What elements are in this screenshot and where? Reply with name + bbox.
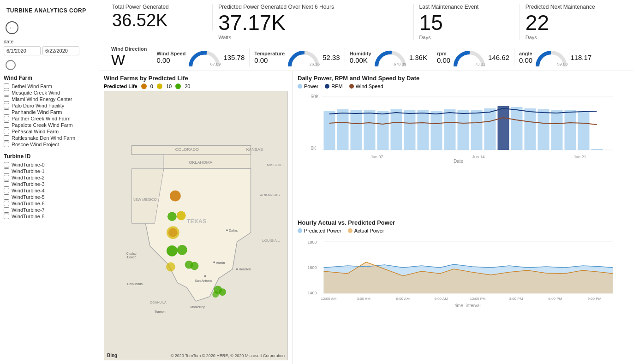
map-copyright: © 2020 TomTom © 2020 HERE, © 2020 Micros… <box>171 353 285 358</box>
checkbox-roscoe[interactable] <box>4 142 9 147</box>
filter-item-t5[interactable]: WindTurbine-5 <box>4 194 95 200</box>
gauge-wind-speed-current: 67.89 <box>210 62 221 66</box>
checkbox-t5[interactable] <box>4 194 9 200</box>
filter-item-t7[interactable]: WindTurbine-7 <box>4 207 95 213</box>
legend-rpm-icon <box>325 84 329 89</box>
kpi-next-maintenance-label: Predicted Next Maintenance <box>526 4 620 10</box>
radio-button[interactable] <box>6 60 16 70</box>
checkbox-t2[interactable] <box>4 175 9 180</box>
legend-dot-10 <box>157 84 162 89</box>
checkbox-palo[interactable] <box>4 103 9 108</box>
filter-item-t1[interactable]: WindTurbine-1 <box>4 168 95 174</box>
checkbox-t8[interactable] <box>4 214 9 219</box>
map-svg: KANSAS MISSOU... COLORADO OKLAHOMA ARKAN… <box>104 91 287 360</box>
kpi-predicted-power: Predicted Power Generated Over Next 6 Ho… <box>213 4 413 40</box>
date-start-input[interactable] <box>4 46 41 55</box>
kpi-next-maintenance-unit: Days <box>526 35 620 40</box>
filter-item-t8[interactable]: WindTurbine-8 <box>4 213 95 220</box>
turbine-id-title: Turbine ID <box>4 153 95 160</box>
svg-rect-44 <box>377 111 389 150</box>
checkbox-t1[interactable] <box>4 168 9 174</box>
gauge-rpm-current: 73.31 <box>475 62 486 66</box>
filter-item-t2[interactable]: WindTurbine-2 <box>4 174 95 181</box>
svg-rect-58 <box>565 110 576 150</box>
filter-item-bethel[interactable]: Bethel Wind Farm <box>4 83 95 90</box>
gauge-rpm-max: 146.62 <box>488 54 509 61</box>
kpi-last-maintenance-value: 15 <box>419 11 514 35</box>
checkbox-bethel[interactable] <box>4 84 9 89</box>
svg-text:50K: 50K <box>311 94 319 99</box>
gauge-rpm-title: rpm <box>437 51 447 56</box>
filter-item-panther[interactable]: Panther Creek Wind Farm <box>4 115 95 122</box>
daily-power-legend: Power RPM Wind Speed <box>298 84 628 89</box>
checkbox-mesquite[interactable] <box>4 90 9 95</box>
checkbox-t6[interactable] <box>4 201 9 206</box>
back-button[interactable]: ← <box>6 21 18 34</box>
legend-val-20: 20 <box>185 84 190 89</box>
filter-item-mesquite[interactable]: Mesquite Creek Wind <box>4 90 95 96</box>
kpi-predicted-power-unit: Watts <box>218 35 407 40</box>
filter-item-t3[interactable]: WindTurbine-3 <box>4 181 95 187</box>
checkbox-rattlesnake[interactable] <box>4 135 9 141</box>
filter-item-t4[interactable]: WindTurbine-4 <box>4 187 95 194</box>
svg-text:3:00 PM: 3:00 PM <box>509 297 523 301</box>
filter-item-roscoe[interactable]: Roscoe Wind Project <box>4 141 95 148</box>
filter-item-penascal[interactable]: Peñascal Wind Farm <box>4 128 95 135</box>
svg-point-23 <box>213 261 215 263</box>
filter-item-miami[interactable]: Miami Wind Energy Center <box>4 96 95 102</box>
legend-val-10: 10 <box>166 84 172 89</box>
svg-rect-45 <box>391 109 402 150</box>
farm-dot-green3 <box>177 245 187 255</box>
svg-text:time_interval: time_interval <box>454 303 481 308</box>
svg-rect-55 <box>525 108 536 150</box>
svg-text:Torreon: Torreon <box>155 310 166 313</box>
gauge-wind-dir-title: Wind Direction <box>111 46 147 52</box>
checkbox-penascal[interactable] <box>4 129 9 134</box>
date-section: date <box>0 36 99 58</box>
kpi-last-maintenance-unit: Days <box>419 35 514 40</box>
checkbox-t4[interactable] <box>4 188 9 193</box>
checkbox-panther[interactable] <box>4 116 9 121</box>
filter-item-panhandle[interactable]: Panhandle Wind Farm <box>4 109 95 115</box>
svg-text:COAHUILA: COAHUILA <box>150 301 167 304</box>
svg-rect-57 <box>551 110 563 150</box>
legend-predicted-icon <box>298 228 302 233</box>
hourly-power-legend: Predicted Power Actual Power <box>298 228 628 233</box>
checkbox-t3[interactable] <box>4 181 9 187</box>
daily-power-chart: Daily Power, RPM and Wind Speed by Date … <box>298 75 628 216</box>
checkbox-t0[interactable] <box>4 162 9 167</box>
kpi-predicted-power-label: Predicted Power Generated Over Next 6 Ho… <box>218 4 407 10</box>
right-charts-panel: Daily Power, RPM and Wind Speed by Date … <box>293 71 633 364</box>
svg-rect-47 <box>418 110 429 150</box>
svg-text:KANSAS: KANSAS <box>246 147 263 152</box>
gauge-row: Wind Direction W Wind Speed 0.00 67.89 1… <box>99 44 633 71</box>
filter-item-t0[interactable]: WindTurbine-0 <box>4 161 95 168</box>
svg-text:6:00 PM: 6:00 PM <box>549 297 562 301</box>
svg-text:Jun 14: Jun 14 <box>472 155 485 159</box>
filter-item-palo[interactable]: Palo Duro Wind Facility <box>4 102 95 109</box>
checkbox-miami[interactable] <box>4 96 9 102</box>
svg-text:NEW MEXICO: NEW MEXICO <box>133 197 157 201</box>
checkbox-papalote[interactable] <box>4 122 9 128</box>
svg-rect-54 <box>511 107 523 150</box>
svg-text:Jun 21: Jun 21 <box>574 155 586 159</box>
gauge-humidity-title: Humidity <box>350 51 371 56</box>
svg-text:Ciudad: Ciudad <box>126 251 137 255</box>
legend-actual-label: Actual Power <box>354 228 384 233</box>
svg-text:MISSOU...: MISSOU... <box>267 163 284 167</box>
checkbox-t7[interactable] <box>4 207 9 213</box>
filter-item-papalote[interactable]: Papalote Creek Wind Farm <box>4 122 95 128</box>
filter-item-t6[interactable]: WindTurbine-6 <box>4 200 95 207</box>
svg-text:12:00 AM: 12:00 AM <box>321 297 337 301</box>
legend-wind-speed: Wind Speed <box>349 84 383 89</box>
date-end-input[interactable] <box>42 46 79 55</box>
date-inputs <box>4 46 95 55</box>
gauge-rpm-min: 0.00 <box>437 56 450 64</box>
kpi-next-maintenance-value: 22 <box>526 11 620 35</box>
filter-item-rattlesnake[interactable]: Rattlesnake Den Wind Farm <box>4 135 95 141</box>
wind-farm-filter: Wind Farm Bethel Wind Farm Mesquite Cree… <box>0 72 99 150</box>
checkbox-panhandle[interactable] <box>4 109 9 115</box>
gauge-temperature: Temperature 0.00 26.16 52.33 <box>250 48 345 66</box>
gauge-wind-direction: Wind Direction W <box>107 46 152 69</box>
legend-rpm: RPM <box>325 84 342 89</box>
